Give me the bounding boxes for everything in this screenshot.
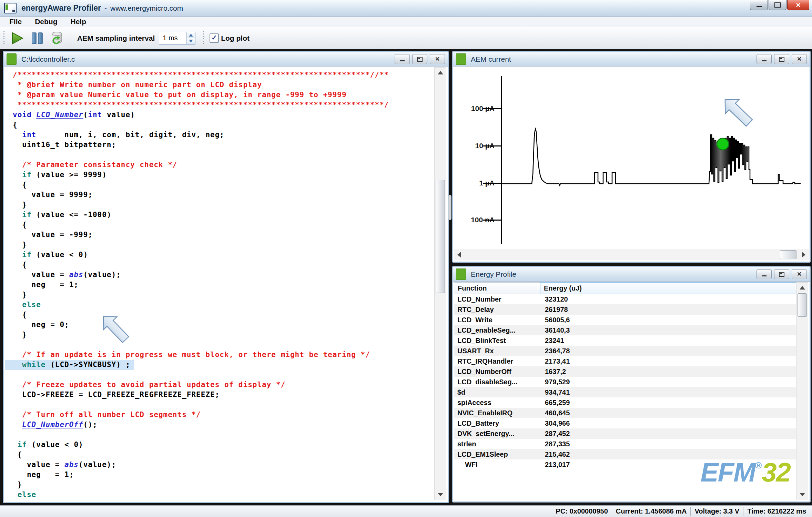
table-row[interactable]: strlen287,335 — [454, 439, 797, 449]
close-button[interactable]: ✕ — [792, 269, 807, 279]
aem-horizontal-scrollbar[interactable] — [454, 249, 809, 260]
spin-up-button[interactable] — [187, 32, 195, 39]
title-separator: - — [104, 4, 107, 12]
maximize-button[interactable] — [769, 0, 786, 10]
table-row[interactable]: RTC_Delay261978 — [454, 304, 797, 315]
function-cell: USART_Rx — [454, 346, 540, 356]
toolbar-grip[interactable] — [3, 31, 4, 45]
code-vertical-scrollbar[interactable] — [434, 67, 446, 500]
code-editor[interactable]: /***************************************… — [5, 67, 435, 500]
scroll-left-button[interactable] — [454, 249, 464, 260]
scrollbar-thumb[interactable] — [780, 250, 796, 259]
scroll-right-button[interactable] — [799, 249, 809, 260]
log-plot-checkbox[interactable]: ✓ — [210, 33, 219, 43]
status-item: Current: 1.456086 mA — [612, 507, 691, 515]
close-icon: ✕ — [797, 56, 802, 62]
app-title: energyAware Profiler — [21, 3, 101, 13]
restore-icon — [779, 272, 784, 277]
table-row[interactable]: NVIC_EnableIRQ460,645 — [454, 408, 797, 418]
column-header-function[interactable]: Function — [454, 282, 540, 294]
close-button[interactable]: ✕ — [430, 54, 445, 64]
energy-cell: 287,452 — [540, 428, 570, 439]
menu-file[interactable]: File — [3, 17, 28, 27]
energy-window-titlebar[interactable]: Energy Profile ✕ — [453, 267, 810, 282]
energy-cell: 215,462 — [540, 449, 570, 459]
code-line: value = abs(value); — [5, 270, 435, 280]
current-waveform — [454, 67, 809, 249]
energy-vertical-scrollbar[interactable] — [796, 282, 808, 500]
close-button[interactable]: ✕ — [792, 54, 807, 64]
scrollbar-thumb[interactable] — [798, 293, 807, 317]
table-row[interactable]: LCD_enableSeg...36140,3 — [454, 325, 797, 335]
arrow-up-icon — [800, 286, 805, 290]
reset-button[interactable] — [50, 31, 63, 45]
minimize-button[interactable] — [395, 54, 410, 64]
table-row[interactable]: $d934,741 — [454, 387, 797, 397]
table-row[interactable]: LCD_NumberOff1637,2 — [454, 366, 797, 377]
function-cell: LCD_BlinkTest — [454, 335, 540, 346]
code-line — [5, 150, 435, 160]
aem-window-titlebar[interactable]: AEM current ✕ — [453, 52, 810, 67]
restore-button[interactable] — [774, 54, 789, 64]
window-titlebar[interactable]: energyAware Profiler - www.energymicro.c… — [0, 0, 812, 17]
close-button[interactable]: ✕ — [787, 0, 809, 10]
code-line — [5, 430, 435, 440]
log-plot-label[interactable]: Log plot — [221, 34, 250, 42]
table-row[interactable]: LCD_BlinkTest23241 — [454, 335, 797, 346]
code-line: if (value < 0) — [5, 440, 435, 450]
scroll-up-button[interactable] — [796, 283, 808, 293]
function-cell: LCD_enableSeg... — [454, 325, 540, 335]
menu-help[interactable]: Help — [64, 17, 93, 27]
restore-button[interactable] — [412, 54, 427, 64]
toolbar-grip[interactable] — [203, 31, 204, 45]
minimize-button[interactable] — [757, 54, 772, 64]
minimize-button[interactable] — [757, 269, 772, 279]
start-button[interactable] — [11, 32, 24, 45]
scroll-down-button[interactable] — [435, 489, 446, 500]
scrollbar-thumb[interactable] — [436, 180, 445, 293]
spin-down-icon — [189, 40, 193, 42]
column-header-energy[interactable]: Energy (uJ) — [540, 282, 797, 294]
function-cell: LCD_Battery — [454, 418, 540, 428]
scroll-down-button[interactable] — [796, 489, 808, 500]
menu-bar: FileDebugHelp — [0, 17, 812, 27]
code-line: void LCD_Number(int value) — [5, 110, 435, 120]
splitter-grip[interactable] — [448, 195, 451, 220]
function-cell: DVK_setEnergy... — [454, 428, 540, 439]
restore-button[interactable] — [774, 269, 789, 279]
code-line: /* Parameter consistancy check */ — [5, 160, 435, 170]
checkmark-icon: ✓ — [211, 34, 217, 41]
code-line: } — [5, 200, 435, 210]
table-row[interactable]: LCD_Number323120 — [454, 294, 797, 304]
aem-current-chart[interactable]: 100 µA10 µA1 µA100 nA — [454, 67, 809, 249]
function-cell: RTC_IRQHandler — [454, 356, 540, 366]
code-line: else — [5, 490, 435, 500]
table-row[interactable]: LCD_Battery304,966 — [454, 418, 797, 428]
close-icon: ✕ — [795, 2, 801, 8]
energy-cell: 23241 — [540, 335, 564, 346]
sampling-interval-value[interactable]: 1 ms — [159, 34, 186, 42]
code-line: while (LCD->SYNCBUSY) ; — [5, 360, 435, 370]
code-window-titlebar[interactable]: C:\lcdcontroller.c ✕ — [4, 52, 448, 67]
code-line: value = -999; — [5, 230, 435, 240]
menu-debug[interactable]: Debug — [28, 17, 64, 27]
sample-marker[interactable] — [717, 138, 729, 150]
toolbar: AEM sampling interval 1 ms ✓ Log plot — [0, 27, 812, 49]
spin-down-button[interactable] — [187, 38, 195, 44]
pause-button[interactable] — [30, 32, 44, 45]
code-line: LCD_NumberOff(); — [5, 420, 435, 430]
energy-cell: 665,259 — [540, 397, 570, 408]
code-window: C:\lcdcontroller.c ✕ /******************… — [3, 51, 449, 503]
scroll-up-button[interactable] — [435, 68, 446, 78]
arrow-down-icon — [800, 493, 805, 496]
table-row[interactable]: spiAccess665,259 — [454, 397, 797, 408]
energy-cell: 213,017 — [540, 459, 570, 470]
sampling-interval-input[interactable]: 1 ms — [159, 32, 195, 45]
code-line: { — [5, 450, 435, 460]
table-row[interactable]: RTC_IRQHandler2173,41 — [454, 356, 797, 366]
minimize-button[interactable] — [750, 0, 768, 10]
table-row[interactable]: USART_Rx2364,78 — [454, 346, 797, 356]
table-row[interactable]: DVK_setEnergy...287,452 — [454, 428, 797, 439]
table-row[interactable]: LCD_disableSeg...979,529 — [454, 377, 797, 387]
table-row[interactable]: LCD_Write56005,6 — [454, 315, 797, 325]
